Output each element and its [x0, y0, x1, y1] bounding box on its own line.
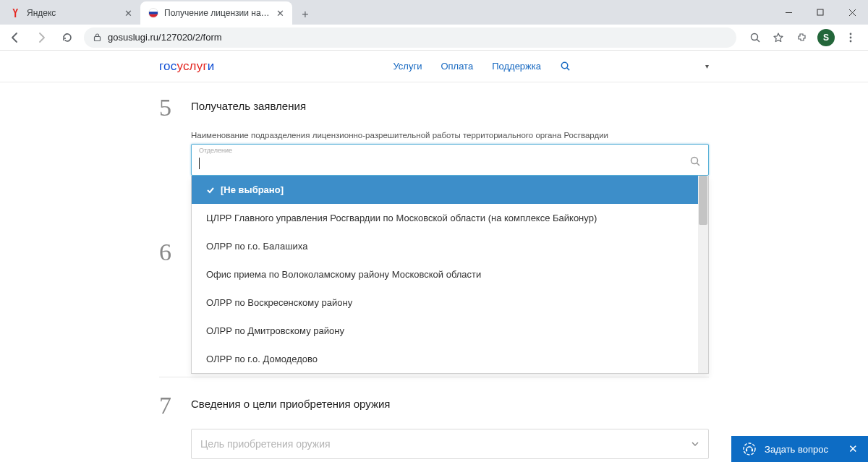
option-label: ОЛРР по г.о. Балашиха — [206, 241, 307, 252]
svg-point-4 — [850, 33, 852, 35]
extensions-icon[interactable] — [794, 30, 809, 45]
nav-services[interactable]: Услуги — [393, 61, 422, 72]
back-button[interactable] — [6, 28, 25, 47]
close-icon[interactable]: ✕ — [275, 8, 285, 18]
russia-flag-favicon — [148, 7, 159, 19]
ask-question-button[interactable]: Задать вопрос ✕ — [731, 436, 868, 462]
step-number: 6 — [159, 240, 178, 265]
search-icon[interactable] — [689, 155, 701, 167]
top-nav: Услуги Оплата Поддержка ▾ — [393, 61, 709, 72]
svg-rect-1 — [817, 9, 823, 15]
yandex-favicon — [10, 7, 22, 19]
ask-label: Задать вопрос — [765, 444, 828, 455]
department-text-input[interactable] — [199, 158, 684, 169]
nav-support[interactable]: Поддержка — [492, 61, 541, 72]
input-mini-label: Отделение — [199, 147, 232, 154]
scrollbar-thumb[interactable] — [699, 176, 707, 225]
lock-icon — [93, 33, 102, 42]
step-5: 5 Получатель заявления Наименование подр… — [159, 95, 709, 176]
svg-point-3 — [752, 33, 758, 40]
svg-rect-11 — [752, 449, 753, 452]
nav-payment[interactable]: Оплата — [441, 61, 473, 72]
window-close-button[interactable] — [836, 1, 868, 23]
option-label: Офис приема по Волоколамскому району Мос… — [206, 269, 481, 280]
address-bar[interactable]: gosuslugi.ru/127020/2/form — [84, 27, 736, 48]
forward-button[interactable] — [32, 28, 51, 47]
department-dropdown: [Не выбрано] ЦЛРР Главного управления Ро… — [191, 176, 709, 374]
field-label: Наименование подразделения лицензионно-р… — [191, 131, 709, 140]
dropdown-option[interactable]: Офис приема по Волоколамскому району Мос… — [192, 260, 698, 288]
dropdown-option[interactable]: ЦЛРР Главного управления Росгвардии по М… — [192, 204, 698, 232]
url-text: gosuslugi.ru/127020/2/form — [108, 32, 222, 43]
dropdown-option[interactable]: ОЛРР по Дмитровскому району — [192, 317, 698, 345]
browser-tab-gosuslugi[interactable]: Получение лицензии на приоб ✕ — [140, 1, 292, 25]
chevron-down-icon — [691, 440, 699, 448]
window-maximize-button[interactable] — [804, 1, 836, 23]
profile-avatar[interactable]: S — [817, 29, 835, 46]
browser-toolbar: gosuslugi.ru/127020/2/form S — [0, 25, 868, 51]
avatar-letter: S — [823, 33, 829, 43]
section-divider — [159, 377, 709, 377]
gosuslugi-logo[interactable]: госуслуги — [159, 59, 215, 74]
page-content: госуслуги Услуги Оплата Поддержка ▾ 5 — [0, 51, 868, 462]
dropdown-option-selected[interactable]: [Не выбрано] — [192, 176, 698, 204]
purpose-select[interactable]: Цель приобретения оружия — [191, 429, 709, 459]
caret-down-icon[interactable]: ▾ — [705, 62, 709, 70]
check-icon — [206, 186, 215, 194]
step-number: 7 — [159, 393, 178, 459]
close-icon[interactable]: ✕ — [123, 8, 133, 18]
svg-point-7 — [561, 62, 567, 68]
new-tab-button[interactable]: + — [295, 4, 315, 25]
browser-tabstrip: Яндекс ✕ Получение лицензии на приоб ✕ + — [0, 0, 868, 25]
site-header: госуслуги Услуги Оплата Поддержка ▾ — [0, 51, 868, 82]
bookmark-icon[interactable] — [771, 30, 786, 45]
svg-rect-10 — [746, 449, 747, 452]
step-7: 7 Сведения о цели приобретения оружия Це… — [159, 393, 709, 459]
reload-button[interactable] — [58, 28, 77, 47]
option-label: [Не выбрано] — [221, 184, 284, 195]
headset-icon — [741, 441, 757, 457]
option-label: ОЛРР по Дмитровскому району — [206, 325, 344, 336]
option-label: ОЛРР по Воскресенскому району — [206, 297, 352, 308]
department-combo: Отделение — [191, 144, 709, 176]
dropdown-option[interactable]: ОЛРР по Воскресенскому району — [192, 288, 698, 317]
svg-point-8 — [692, 158, 698, 164]
dropdown-option[interactable]: ОЛРР по г.о. Балашиха — [192, 232, 698, 260]
dropdown-option[interactable]: ОЛРР по г.о. Домодедово — [192, 345, 698, 373]
dropdown-scrollbar[interactable] — [698, 176, 708, 373]
svg-point-5 — [850, 36, 852, 38]
step-number: 5 — [159, 95, 178, 176]
svg-point-6 — [850, 40, 852, 42]
select-placeholder: Цель приобретения оружия — [200, 438, 331, 450]
svg-point-9 — [744, 443, 755, 455]
step-title: Получатель заявления — [191, 100, 709, 112]
department-search-input[interactable]: Отделение — [191, 144, 709, 176]
svg-rect-2 — [95, 37, 101, 41]
step-6: 6 — [159, 240, 178, 265]
close-icon[interactable]: ✕ — [848, 442, 858, 455]
window-minimize-button[interactable] — [773, 1, 804, 23]
tab-title: Яндекс — [27, 8, 118, 18]
browser-tab-yandex[interactable]: Яндекс ✕ — [3, 1, 140, 25]
kebab-menu-icon[interactable] — [843, 30, 858, 45]
tab-title: Получение лицензии на приоб — [164, 8, 270, 18]
option-label: ОЛРР по г.о. Домодедово — [206, 354, 318, 364]
text-cursor — [199, 158, 200, 169]
search-page-icon[interactable] — [748, 30, 762, 45]
search-icon[interactable] — [560, 61, 571, 72]
step-title: Сведения о цели приобретения оружия — [191, 398, 709, 410]
option-label: ЦЛРР Главного управления Росгвардии по М… — [206, 213, 597, 223]
